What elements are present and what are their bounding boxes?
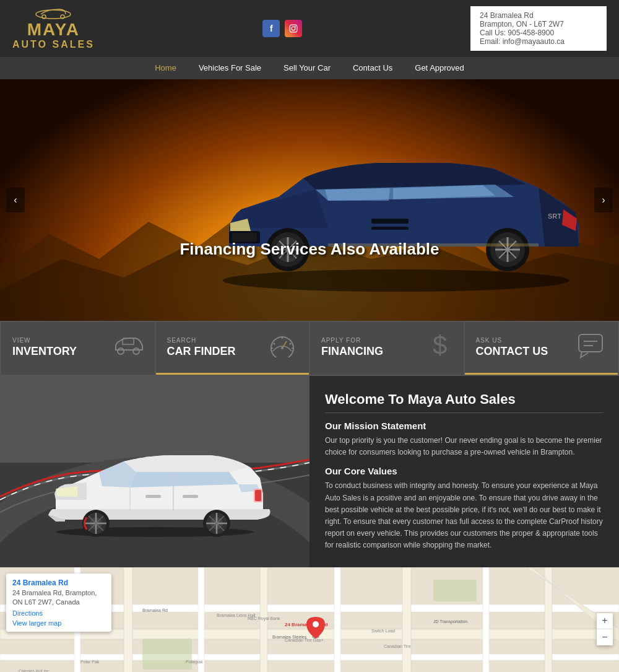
values-text: To conduct business with integrity and h… — [325, 480, 604, 551]
action-box-contact[interactable]: ASK US CONTACT US — [465, 322, 618, 375]
car-image-background — [0, 376, 310, 549]
action-box-inventory[interactable]: View INVENTORY — [1, 322, 155, 375]
svg-point-4 — [292, 27, 295, 30]
track-image — [0, 376, 310, 549]
svg-rect-10 — [371, 227, 409, 230]
nav-item-sell[interactable]: Sell Your Car — [272, 57, 342, 79]
social-icons: f — [262, 20, 302, 37]
hero-caption: Financing Services Also Available — [180, 240, 439, 259]
svg-rect-54 — [183, 495, 198, 498]
svg-rect-81 — [402, 567, 411, 673]
phone-label: Call Us: — [480, 28, 506, 37]
contact-title: CONTACT US — [476, 345, 548, 358]
svg-rect-3 — [290, 25, 298, 32]
welcome-title: Welcome To Maya Auto Sales — [325, 391, 604, 413]
email-value: info@mayaauto.ca — [503, 37, 565, 46]
facebook-icon[interactable]: f — [262, 20, 280, 37]
chat-icon — [576, 331, 607, 364]
mission-text: Our top priority is you the customer! Ou… — [325, 435, 604, 458]
mission-title: Our Mission Statement — [325, 421, 604, 431]
nav-item-home[interactable]: Home — [144, 57, 188, 79]
svg-rect-9 — [371, 219, 409, 224]
map-section: Bramalea Rd Bramalea Steeles Switch Load… — [0, 567, 619, 673]
map-popup: 24 Bramalea Rd 24 Bramalea Rd, Brampton,… — [6, 574, 111, 632]
svg-point-41 — [282, 337, 284, 339]
hero-car-image: SRT — [180, 123, 613, 296]
svg-text:Polarpak: Polarpak — [186, 660, 203, 665]
svg-point-5 — [295, 26, 297, 27]
phone-value: 905-458-8900 — [508, 28, 554, 37]
svg-rect-78 — [198, 567, 204, 673]
svg-text:Bramalea Rd: Bramalea Rd — [142, 608, 168, 613]
car-icon — [113, 334, 144, 361]
svg-rect-43 — [579, 334, 602, 352]
svg-text:RBC Royal Bank: RBC Royal Bank — [248, 616, 280, 621]
svg-rect-56 — [255, 490, 261, 501]
header-social-area: f — [95, 20, 470, 37]
slider-prev-button[interactable]: ‹ — [6, 188, 25, 212]
svg-point-101 — [313, 621, 319, 627]
slider-next-button[interactable]: › — [594, 188, 613, 212]
nav-item-vehicles[interactable]: Vehicles For Sale — [188, 57, 272, 79]
car-finder-label: SEARCH — [167, 337, 236, 344]
dollar-icon: $ — [428, 329, 452, 365]
svg-text:Polar Pak: Polar Pak — [80, 660, 100, 664]
svg-rect-84 — [142, 639, 192, 670]
svg-rect-85 — [433, 580, 477, 601]
svg-text:Canadian Tire: Canadian Tire — [384, 644, 411, 648]
map-directions-link[interactable]: Directions — [12, 609, 105, 617]
svg-point-38 — [281, 347, 284, 349]
svg-rect-83 — [545, 567, 552, 673]
site-header: MAYA AUTO SALES f 24 Bramalea Rd Brampto… — [0, 0, 619, 57]
financing-text: APPLY FOR FINANCING — [321, 337, 383, 358]
svg-text:$: $ — [433, 331, 447, 360]
svg-point-40 — [290, 343, 292, 345]
address-line2: Brampton, ON - L6T 2W7 — [480, 20, 597, 28]
svg-rect-53 — [145, 495, 161, 498]
email-label: Email: — [480, 37, 500, 46]
speedometer-icon — [267, 333, 298, 362]
logo-car-icon — [35, 7, 72, 19]
contact-text: ASK US CONTACT US — [476, 337, 548, 358]
svg-point-31 — [133, 348, 139, 354]
svg-rect-77 — [124, 567, 132, 673]
header-contact: 24 Bramalea Rd Brampton, ON - L6T 2W7 Ca… — [470, 6, 607, 51]
nav-item-contact[interactable]: Contact Us — [342, 57, 404, 79]
welcome-section: Welcome To Maya Auto Sales Our Mission S… — [310, 376, 619, 567]
main-nav: Home Vehicles For Sale Sell Your Car Con… — [0, 57, 619, 79]
map-popup-address: 24 Bramalea Rd, Brampton, ON L6T 2W7, Ca… — [12, 588, 105, 608]
address-line1: 24 Bramalea Rd — [480, 11, 597, 20]
map-zoom-in-button[interactable]: + — [597, 613, 613, 629]
action-boxes-row: View INVENTORY SEARCH CAR FINDER — [0, 321, 619, 376]
car-finder-title: CAR FINDER — [167, 345, 236, 358]
car-finder-text: SEARCH CAR FINDER — [167, 337, 236, 358]
inventory-label: View — [12, 337, 77, 344]
svg-point-8 — [223, 269, 569, 292]
logo-tagline: AUTO SALES — [12, 38, 95, 50]
phone-number: Call Us: 905-458-8900 — [480, 28, 597, 37]
content-section: Welcome To Maya Auto Sales Our Mission S… — [0, 376, 619, 567]
map-zoom-out-button[interactable]: − — [597, 629, 613, 645]
contact-label: ASK US — [476, 337, 548, 344]
instagram-icon[interactable] — [285, 20, 302, 37]
action-box-car-finder[interactable]: SEARCH CAR FINDER — [156, 322, 310, 375]
svg-rect-80 — [334, 567, 340, 673]
map-zoom-controls: + − — [597, 613, 613, 645]
values-title: Our Core Values — [325, 466, 604, 476]
svg-point-39 — [274, 343, 275, 345]
map-larger-link[interactable]: View larger map — [12, 619, 105, 627]
action-box-financing[interactable]: APPLY FOR FINANCING $ — [310, 322, 464, 375]
svg-text:Canadian Tire Gas+: Canadian Tire Gas+ — [285, 638, 323, 642]
financing-title: FINANCING — [321, 345, 383, 358]
svg-text:Calories Hut Inc.: Calories Hut Inc. — [19, 669, 51, 673]
svg-text:SRT: SRT — [548, 212, 561, 220]
email-address: Email: info@mayaauto.ca — [480, 37, 597, 46]
hero-slider: SRT Financing Services Also Available ‹ … — [0, 79, 619, 321]
svg-rect-82 — [483, 567, 489, 673]
nav-item-approved[interactable]: Get Approved — [404, 57, 475, 79]
inventory-title: INVENTORY — [12, 345, 77, 358]
logo-name: MAYA — [27, 21, 80, 38]
map-popup-title: 24 Bramalea Rd — [12, 578, 105, 587]
logo[interactable]: MAYA AUTO SALES — [12, 7, 95, 50]
svg-text:Switch Load: Switch Load — [371, 629, 395, 633]
